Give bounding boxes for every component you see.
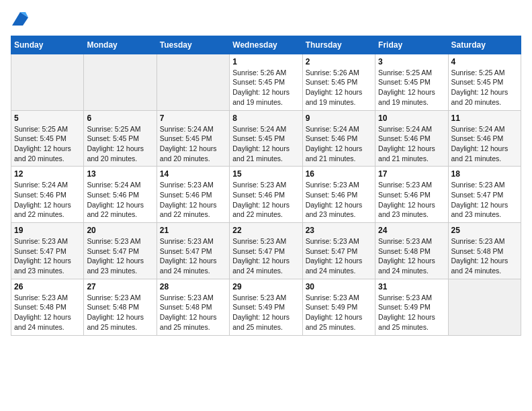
day-info: Sunrise: 5:25 AM Sunset: 5:45 PM Dayligh… (451, 68, 518, 107)
calendar-cell: 14Sunrise: 5:23 AM Sunset: 5:46 PM Dayli… (157, 167, 229, 223)
calendar-cell: 20Sunrise: 5:23 AM Sunset: 5:47 PM Dayli… (84, 223, 157, 279)
calendar-cell: 25Sunrise: 5:23 AM Sunset: 5:48 PM Dayli… (448, 223, 521, 279)
calendar-cell: 10Sunrise: 5:24 AM Sunset: 5:46 PM Dayli… (375, 110, 448, 167)
calendar-cell: 8Sunrise: 5:24 AM Sunset: 5:45 PM Daylig… (230, 110, 302, 167)
calendar-cell: 5Sunrise: 5:25 AM Sunset: 5:45 PM Daylig… (11, 110, 84, 167)
day-info: Sunrise: 5:23 AM Sunset: 5:47 PM Dayligh… (451, 180, 518, 220)
day-info: Sunrise: 5:24 AM Sunset: 5:45 PM Dayligh… (160, 124, 226, 164)
day-info: Sunrise: 5:23 AM Sunset: 5:48 PM Dayligh… (14, 293, 81, 332)
day-number: 11 (451, 113, 518, 123)
day-info: Sunrise: 5:23 AM Sunset: 5:47 PM Dayligh… (306, 236, 372, 276)
day-info: Sunrise: 5:24 AM Sunset: 5:45 PM Dayligh… (232, 124, 299, 164)
day-number: 27 (87, 282, 153, 291)
day-number: 30 (306, 282, 372, 291)
day-info: Sunrise: 5:23 AM Sunset: 5:47 PM Dayligh… (87, 236, 153, 276)
day-info: Sunrise: 5:23 AM Sunset: 5:48 PM Dayligh… (378, 236, 445, 276)
day-info: Sunrise: 5:24 AM Sunset: 5:46 PM Dayligh… (378, 124, 445, 164)
day-info: Sunrise: 5:26 AM Sunset: 5:45 PM Dayligh… (232, 68, 299, 107)
day-number: 6 (87, 113, 153, 123)
logo-icon (12, 11, 28, 27)
day-number: 19 (14, 226, 81, 235)
day-number: 29 (232, 282, 299, 291)
calendar-week-4: 19Sunrise: 5:23 AM Sunset: 5:47 PM Dayli… (11, 223, 521, 279)
logo (11, 11, 28, 29)
calendar-week-2: 5Sunrise: 5:25 AM Sunset: 5:45 PM Daylig… (11, 110, 521, 167)
calendar-cell: 3Sunrise: 5:25 AM Sunset: 5:45 PM Daylig… (375, 54, 448, 110)
weekday-header-tuesday: Tuesday (157, 36, 229, 54)
day-number: 14 (160, 169, 226, 179)
calendar-cell: 1Sunrise: 5:26 AM Sunset: 5:45 PM Daylig… (230, 54, 302, 110)
calendar-cell: 29Sunrise: 5:23 AM Sunset: 5:49 PM Dayli… (230, 279, 302, 335)
calendar-cell: 13Sunrise: 5:24 AM Sunset: 5:46 PM Dayli… (84, 167, 157, 223)
weekday-header-saturday: Saturday (448, 36, 521, 54)
day-number: 15 (232, 169, 299, 179)
day-number: 26 (14, 282, 81, 291)
calendar-cell: 7Sunrise: 5:24 AM Sunset: 5:45 PM Daylig… (157, 110, 229, 167)
day-number: 23 (306, 226, 372, 235)
calendar-cell (11, 54, 84, 110)
calendar-cell: 11Sunrise: 5:24 AM Sunset: 5:46 PM Dayli… (448, 110, 521, 167)
day-number: 2 (306, 57, 372, 66)
day-number: 10 (378, 113, 445, 123)
weekday-header-monday: Monday (84, 36, 157, 54)
day-info: Sunrise: 5:23 AM Sunset: 5:46 PM Dayligh… (306, 180, 372, 220)
weekday-header-sunday: Sunday (11, 36, 84, 54)
day-info: Sunrise: 5:23 AM Sunset: 5:46 PM Dayligh… (378, 180, 445, 220)
day-info: Sunrise: 5:23 AM Sunset: 5:47 PM Dayligh… (232, 236, 299, 276)
day-info: Sunrise: 5:26 AM Sunset: 5:45 PM Dayligh… (306, 68, 372, 107)
day-info: Sunrise: 5:25 AM Sunset: 5:45 PM Dayligh… (87, 124, 153, 164)
day-info: Sunrise: 5:23 AM Sunset: 5:47 PM Dayligh… (14, 236, 81, 276)
day-info: Sunrise: 5:23 AM Sunset: 5:48 PM Dayligh… (451, 236, 518, 276)
day-number: 7 (160, 113, 226, 123)
day-number: 1 (232, 57, 299, 66)
calendar-week-1: 1Sunrise: 5:26 AM Sunset: 5:45 PM Daylig… (11, 54, 521, 110)
day-info: Sunrise: 5:23 AM Sunset: 5:49 PM Dayligh… (306, 293, 372, 332)
calendar-cell (448, 279, 521, 335)
calendar-cell: 16Sunrise: 5:23 AM Sunset: 5:46 PM Dayli… (302, 167, 375, 223)
calendar-cell: 15Sunrise: 5:23 AM Sunset: 5:46 PM Dayli… (230, 167, 302, 223)
calendar-cell: 2Sunrise: 5:26 AM Sunset: 5:45 PM Daylig… (302, 54, 375, 110)
calendar-cell: 30Sunrise: 5:23 AM Sunset: 5:49 PM Dayli… (302, 279, 375, 335)
day-number: 13 (87, 169, 153, 179)
calendar-cell: 19Sunrise: 5:23 AM Sunset: 5:47 PM Dayli… (11, 223, 84, 279)
day-info: Sunrise: 5:23 AM Sunset: 5:49 PM Dayligh… (378, 293, 445, 332)
day-number: 31 (378, 282, 445, 291)
day-number: 12 (14, 169, 81, 179)
calendar-cell (84, 54, 157, 110)
day-number: 5 (14, 113, 81, 123)
calendar-week-5: 26Sunrise: 5:23 AM Sunset: 5:48 PM Dayli… (11, 279, 521, 335)
day-info: Sunrise: 5:24 AM Sunset: 5:46 PM Dayligh… (306, 124, 372, 164)
calendar-cell: 23Sunrise: 5:23 AM Sunset: 5:47 PM Dayli… (302, 223, 375, 279)
calendar-cell: 6Sunrise: 5:25 AM Sunset: 5:45 PM Daylig… (84, 110, 157, 167)
day-number: 3 (378, 57, 445, 66)
calendar-cell: 26Sunrise: 5:23 AM Sunset: 5:48 PM Dayli… (11, 279, 84, 335)
day-number: 20 (87, 226, 153, 235)
calendar-cell: 4Sunrise: 5:25 AM Sunset: 5:45 PM Daylig… (448, 54, 521, 110)
weekday-header-wednesday: Wednesday (230, 36, 302, 54)
calendar-table: SundayMondayTuesdayWednesdayThursdayFrid… (11, 36, 521, 336)
calendar-header-row: SundayMondayTuesdayWednesdayThursdayFrid… (11, 36, 521, 54)
calendar-cell: 21Sunrise: 5:23 AM Sunset: 5:47 PM Dayli… (157, 223, 229, 279)
day-info: Sunrise: 5:23 AM Sunset: 5:46 PM Dayligh… (160, 180, 226, 220)
calendar-cell: 24Sunrise: 5:23 AM Sunset: 5:48 PM Dayli… (375, 223, 448, 279)
calendar-cell (157, 54, 229, 110)
day-number: 22 (232, 226, 299, 235)
day-info: Sunrise: 5:23 AM Sunset: 5:47 PM Dayligh… (160, 236, 226, 276)
day-number: 16 (306, 169, 372, 179)
day-info: Sunrise: 5:25 AM Sunset: 5:45 PM Dayligh… (378, 68, 445, 107)
day-info: Sunrise: 5:23 AM Sunset: 5:46 PM Dayligh… (232, 180, 299, 220)
day-info: Sunrise: 5:24 AM Sunset: 5:46 PM Dayligh… (451, 124, 518, 164)
day-info: Sunrise: 5:24 AM Sunset: 5:46 PM Dayligh… (87, 180, 153, 220)
day-number: 17 (378, 169, 445, 179)
calendar-cell: 18Sunrise: 5:23 AM Sunset: 5:47 PM Dayli… (448, 167, 521, 223)
day-number: 24 (378, 226, 445, 235)
page-header (11, 11, 521, 29)
day-number: 18 (451, 169, 518, 179)
calendar-cell: 9Sunrise: 5:24 AM Sunset: 5:46 PM Daylig… (302, 110, 375, 167)
day-info: Sunrise: 5:25 AM Sunset: 5:45 PM Dayligh… (14, 124, 81, 164)
day-info: Sunrise: 5:23 AM Sunset: 5:49 PM Dayligh… (232, 293, 299, 332)
day-info: Sunrise: 5:24 AM Sunset: 5:46 PM Dayligh… (14, 180, 81, 220)
calendar-cell: 17Sunrise: 5:23 AM Sunset: 5:46 PM Dayli… (375, 167, 448, 223)
day-number: 25 (451, 226, 518, 235)
day-info: Sunrise: 5:23 AM Sunset: 5:48 PM Dayligh… (160, 293, 226, 332)
